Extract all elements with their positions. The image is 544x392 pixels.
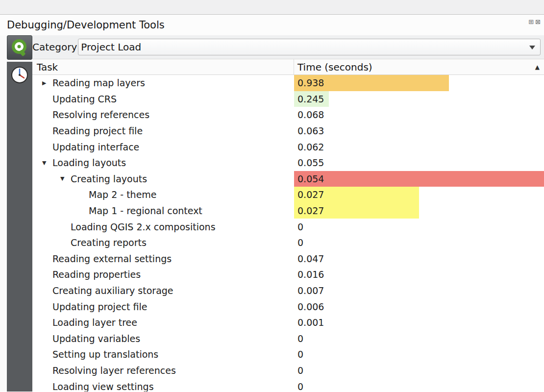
sidebar-tab-strip (7, 62, 32, 392)
chevron-down-icon (529, 46, 535, 52)
indent-spacer (32, 274, 41, 275)
task-cell: ▼Creating layouts (32, 171, 294, 187)
table-row[interactable]: Resolving layer references0 (32, 363, 544, 379)
time-value: 0 (294, 381, 303, 392)
task-cell: Resolving references (32, 107, 294, 123)
table-row[interactable]: Map 1 - regional context0.027 (32, 203, 544, 219)
table-row[interactable]: ▼Loading layouts0.055 (32, 155, 544, 171)
task-cell: Updating CRS (32, 91, 294, 107)
task-label: Reading project file (52, 125, 143, 136)
time-cell: 0.027 (294, 187, 544, 203)
desktop-strip (0, 0, 544, 15)
column-header-task[interactable]: Task (32, 59, 294, 74)
table-row[interactable]: Setting up translations0 (32, 346, 544, 363)
task-cell: ▼Loading layouts (32, 155, 294, 171)
indent-spacer (32, 386, 41, 387)
time-cell: 0 (294, 346, 544, 363)
task-cell: Updating project file (32, 298, 294, 315)
table-row[interactable]: Updating CRS0.245 (32, 91, 544, 107)
qgis-logo-button[interactable] (7, 35, 32, 60)
table-row[interactable]: Reading project file0.063 (32, 123, 544, 139)
task-cell: Updating variables (32, 331, 294, 347)
time-cell: 0.007 (294, 283, 544, 299)
category-row: Category Project Load (32, 35, 544, 59)
task-cell: Loading view settings (32, 378, 294, 392)
task-cell: Map 1 - regional context (32, 203, 294, 219)
task-cell: Loading QGIS 2.x compositions (32, 219, 294, 235)
debugging-tools-panel: Debugging/Development Tools ⊞ ⊠ (0, 15, 544, 392)
time-cell: 0.006 (294, 298, 544, 315)
task-label: Creating auxiliary storage (52, 285, 173, 296)
expand-expanded-icon[interactable]: ▼ (41, 160, 52, 166)
indent-spacer (32, 131, 41, 131)
sort-ascending-icon[interactable]: ▲ (535, 64, 540, 71)
task-label: Creating reports (71, 237, 147, 248)
table-row[interactable]: Loading view settings0 (32, 378, 544, 392)
task-label: Setting up translations (52, 349, 158, 360)
task-label: Reading external settings (52, 253, 172, 264)
profiler-main: Category Project Load Task Time (seconds… (32, 35, 544, 392)
time-value: 0.016 (294, 269, 324, 280)
panel-content: Category Project Load Task Time (seconds… (0, 35, 544, 392)
indent-spacer (32, 370, 41, 370)
time-value: 0 (294, 333, 303, 344)
task-cell: Reading properties (32, 267, 294, 283)
indent-spacer (32, 322, 41, 323)
table-row[interactable]: Resolving references0.068 (32, 107, 544, 123)
time-cell: 0 (294, 219, 544, 235)
task-label: Reading map layers (52, 77, 145, 88)
task-label: Resolving references (52, 109, 149, 120)
indent-spacer (32, 211, 77, 211)
time-value: 0.047 (294, 253, 324, 264)
table-row[interactable]: Reading properties0.016 (32, 267, 544, 283)
indent-spacer (32, 195, 77, 195)
task-label: Loading layer tree (52, 317, 137, 328)
time-value: 0.027 (294, 205, 324, 216)
task-label: Updating CRS (52, 94, 117, 104)
table-row[interactable]: Reading external settings0.047 (32, 251, 544, 267)
table-row[interactable]: Creating reports0 (32, 235, 544, 251)
tools-sidebar (0, 35, 32, 392)
indent-spacer (32, 147, 41, 147)
task-label: Creating layouts (71, 173, 147, 184)
task-label: Map 1 - regional context (89, 205, 202, 216)
panel-titlebar: Debugging/Development Tools ⊞ ⊠ (0, 15, 544, 35)
category-select[interactable]: Project Load (78, 39, 541, 55)
expand-collapsed-icon[interactable]: ▶ (41, 80, 52, 86)
time-value: 0.027 (294, 189, 324, 200)
expand-expanded-icon[interactable]: ▼ (59, 175, 71, 182)
table-row[interactable]: Loading layer tree0.001 (32, 315, 544, 331)
table-row[interactable]: Updating variables0 (32, 331, 544, 347)
indent-spacer (32, 98, 41, 99)
task-cell: Updating interface (32, 139, 294, 155)
time-cell: 0.938 (294, 75, 544, 91)
float-panel-icon[interactable]: ⊞ (528, 19, 534, 25)
close-panel-icon[interactable]: ⊠ (535, 19, 541, 25)
time-value: 0 (294, 349, 303, 360)
table-row[interactable]: Loading QGIS 2.x compositions0 (32, 219, 544, 235)
task-cell: Resolving layer references (32, 363, 294, 379)
time-value: 0.938 (294, 77, 324, 88)
time-value: 0 (294, 237, 303, 248)
time-cell: 0 (294, 378, 544, 392)
time-cell: 0.001 (294, 315, 544, 331)
task-cell: Reading project file (32, 123, 294, 139)
time-cell: 0 (294, 331, 544, 347)
table-row[interactable]: Map 2 - theme0.027 (32, 187, 544, 203)
time-value: 0.055 (294, 157, 324, 168)
table-row[interactable]: Updating interface0.062 (32, 139, 544, 155)
task-label: Loading view settings (52, 381, 154, 392)
table-row[interactable]: Creating auxiliary storage0.007 (32, 283, 544, 299)
time-value: 0.007 (294, 285, 324, 296)
table-row[interactable]: Updating project file0.006 (32, 298, 544, 315)
time-cell: 0.068 (294, 107, 544, 123)
column-header-time[interactable]: Time (seconds) ▲ (294, 59, 544, 74)
task-cell: Loading layer tree (32, 315, 294, 331)
indent-spacer (32, 243, 59, 243)
profiler-clock-icon[interactable] (10, 65, 29, 85)
table-row[interactable]: ▼Creating layouts0.054 (32, 171, 544, 187)
time-cell: 0 (294, 363, 544, 379)
table-row[interactable]: ▶Reading map layers0.938 (32, 75, 544, 91)
time-cell: 0.062 (294, 139, 544, 155)
indent-spacer (32, 306, 41, 307)
